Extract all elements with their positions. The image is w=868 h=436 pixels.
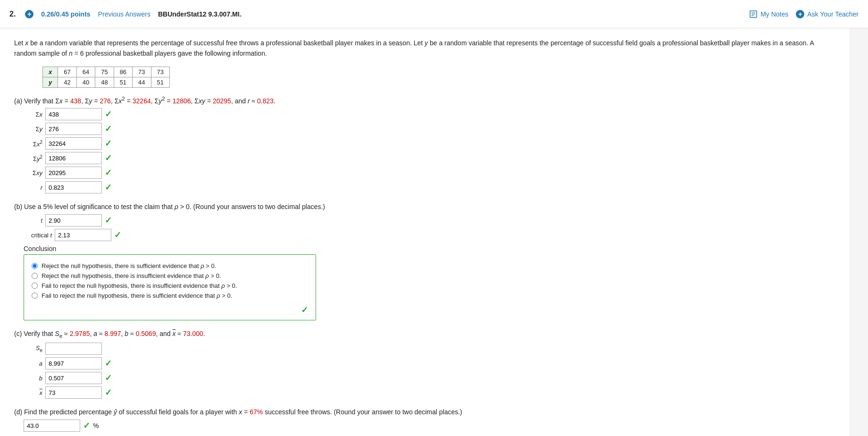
data-table: x 67 64 75 86 73 73 y 42 40 48 51 44 51 (42, 67, 170, 88)
xbar-check: ✓ (105, 387, 112, 398)
sigma-x2-input[interactable] (45, 137, 102, 150)
radio-4[interactable] (32, 293, 38, 299)
sigma-y-row: Σy ✓ (24, 123, 835, 135)
sigma-y2-input[interactable] (45, 152, 102, 164)
r-label: r (24, 184, 42, 191)
a-input[interactable] (45, 357, 102, 369)
radio-2-label: Reject the null hypothesis, there is ins… (42, 272, 221, 279)
a-label: a (24, 360, 42, 367)
radio-option-2: Reject the null hypothesis, there is ins… (32, 272, 308, 279)
sigma-x-label: Σx (24, 111, 42, 118)
part-c-label: (c) Verify that Se ≈ 2.9785, a ≈ 8.997, … (14, 330, 835, 339)
se-input[interactable] (45, 343, 102, 355)
sigma-xy-label: Σxy (24, 169, 42, 176)
critical-t-label: critical t (24, 232, 52, 239)
radio-option-3: Fail to reject the null hypothesis, ther… (32, 282, 308, 289)
part-b-label: (b) Use a 5% level of significance to te… (14, 203, 835, 210)
table-cell: 51 (114, 77, 132, 87)
xbar-row: x ✓ (24, 386, 835, 399)
sigma-y2-label: Σy2 (24, 154, 42, 162)
r-input[interactable] (45, 181, 102, 193)
ask-teacher-plus-icon: + (796, 10, 804, 18)
notes-icon (749, 10, 758, 18)
table-header-y: y (43, 77, 58, 87)
radio-option-4: Fail to reject the null hypothesis, ther… (32, 292, 308, 299)
table-cell: 48 (95, 77, 114, 87)
part-a-label: (a) Verify that Σx = 438, Σy = 276, Σx2 … (14, 95, 835, 105)
percent-label: % (93, 422, 99, 429)
xbar-label: x (24, 389, 42, 396)
radio-1-label: Reject the null hypothesis, there is suf… (42, 262, 216, 269)
sigma-y-label: Σy (24, 126, 42, 133)
b-label: b (24, 375, 42, 382)
conclusion-check-icon: ✓ (301, 305, 308, 315)
question-number: 2. (9, 10, 16, 18)
table-cell: 64 (76, 67, 95, 77)
sigma-y-check: ✓ (105, 124, 112, 134)
b-check: ✓ (105, 373, 112, 383)
a-row: a ✓ (24, 357, 835, 369)
conclusion-check-area: ✓ (32, 302, 308, 315)
conclusion-box: Reject the null hypothesis, there is suf… (24, 254, 316, 320)
xbar-input[interactable] (45, 386, 102, 399)
r-row: r ✓ (24, 181, 835, 193)
critical-t-check: ✓ (114, 230, 121, 240)
sigma-xy-input[interactable] (45, 167, 102, 179)
critical-t-input[interactable] (55, 229, 111, 241)
ask-teacher-button[interactable]: + Ask Your Teacher (796, 10, 859, 18)
sigma-y-input[interactable] (45, 123, 102, 135)
a-check: ✓ (105, 358, 112, 369)
sigma-x2-label: Σx2 (24, 140, 42, 148)
radio-1[interactable] (32, 263, 38, 269)
t-row: t ✓ (24, 214, 835, 226)
t-check: ✓ (105, 215, 112, 226)
previous-answers-link[interactable]: Previous Answers (98, 10, 150, 18)
table-cell: 75 (95, 67, 114, 77)
table-cell: 40 (76, 77, 95, 87)
sigma-y2-check: ✓ (105, 153, 112, 163)
sigma-xy-check: ✓ (105, 168, 112, 178)
table-cell: 42 (58, 77, 76, 87)
sigma-y2-row: Σy2 ✓ (24, 152, 835, 164)
sigma-x2-check: ✓ (105, 138, 112, 149)
sigma-x-check: ✓ (105, 109, 112, 119)
sigma-xy-row: Σxy ✓ (24, 167, 835, 179)
my-notes-button[interactable]: My Notes (749, 10, 788, 18)
sigma-x-row: Σx ✓ (24, 108, 835, 120)
table-cell: 86 (114, 67, 132, 77)
se-row: Se (24, 343, 835, 355)
t-label: t (24, 217, 42, 224)
b-row: b ✓ (24, 372, 835, 384)
plus-icon: + (25, 10, 33, 18)
sigma-x-input[interactable] (45, 108, 102, 120)
conclusion-label: Conclusion (24, 245, 835, 252)
se-label: Se (24, 344, 42, 353)
part-d-row: ✓ % (24, 419, 835, 432)
table-cell: 51 (151, 77, 169, 87)
assignment-code: BBUnderStat12 9.3.007.MI. (158, 10, 242, 18)
t-input[interactable] (45, 214, 102, 226)
b-input[interactable] (45, 372, 102, 384)
part-d-input[interactable] (24, 419, 80, 432)
top-bar-actions: My Notes + Ask Your Teacher (749, 10, 859, 18)
part-d-check: ✓ (83, 420, 90, 431)
sigma-x2-row: Σx2 ✓ (24, 137, 835, 150)
radio-2[interactable] (32, 273, 38, 279)
radio-4-label: Fail to reject the null hypothesis, ther… (42, 292, 232, 299)
radio-option-1: Reject the null hypothesis, there is suf… (32, 262, 308, 269)
table-cell: 67 (58, 67, 76, 77)
table-cell: 73 (151, 67, 169, 77)
table-header-x: x (43, 67, 58, 77)
table-cell: 44 (133, 77, 151, 87)
intro-paragraph: Let x be a random variable that represen… (14, 38, 835, 59)
r-check: ✓ (105, 182, 112, 193)
top-bar: 2. + 0.26/0.45 points Previous Answers B… (0, 0, 868, 28)
points-display: 0.26/0.45 points (41, 10, 90, 18)
radio-3-label: Fail to reject the null hypothesis, ther… (42, 282, 237, 289)
table-cell: 73 (133, 67, 151, 77)
part-d-label: (d) Find the predicted percentage ŷ of s… (14, 408, 835, 416)
main-content: Let x be a random variable that represen… (0, 28, 849, 436)
critical-t-row: critical t ✓ (24, 229, 835, 241)
radio-3[interactable] (32, 283, 38, 289)
